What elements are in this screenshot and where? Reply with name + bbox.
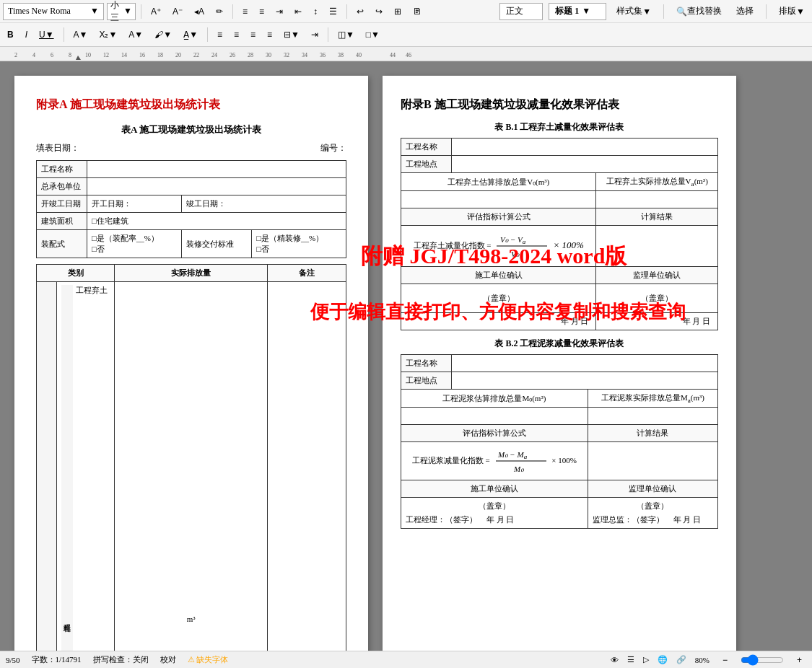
align-left-btn[interactable]: ≡ — [238, 3, 252, 20]
indent2-btn[interactable]: ⇥ — [307, 26, 323, 43]
b2-project-name-value — [452, 355, 718, 372]
globe-icon[interactable]: 🌐 — [658, 655, 668, 664]
subscript-btn[interactable]: X₂▼ — [95, 26, 121, 43]
b2-supervisor-general: 监理总监：（签字） — [593, 515, 664, 524]
table-row: 工程名称 — [37, 161, 346, 178]
table-row: （盖章） （盖章） — [401, 284, 718, 313]
align-center2-btn[interactable]: ≡ — [230, 26, 243, 43]
prefab-value: □是（装配率__%） □否 — [87, 230, 182, 258]
b2-project-location-value — [452, 372, 718, 390]
justify-btn[interactable]: ≡ — [263, 26, 276, 43]
b2-formula-label: 评估指标计算公式 — [401, 425, 588, 442]
zoom-out-btn[interactable]: − — [718, 651, 732, 669]
increase-font-btn[interactable]: A⁺ — [147, 3, 165, 20]
decrease-font-btn[interactable]: A⁻ — [168, 3, 187, 20]
zoom-slider[interactable] — [741, 654, 784, 666]
heading1-box[interactable]: 标题 1 ▼ — [549, 3, 606, 20]
clear-format-btn[interactable]: ◂A — [190, 3, 209, 20]
table-btn[interactable]: ⊞ — [390, 3, 406, 20]
align-center-btn[interactable]: ≡ — [255, 3, 269, 20]
appendix-a-title: 附录A 施工现场建筑垃圾出场统计表 — [36, 97, 346, 113]
table-row: 总承包单位 — [37, 178, 346, 195]
view-icon[interactable]: 👁 — [611, 656, 619, 664]
find-replace-btn[interactable]: 🔍 查找替换 — [672, 3, 726, 20]
link-icon[interactable]: 🔗 — [676, 655, 686, 664]
page-left: 附录A 施工现场建筑垃圾出场统计表 表A 施工现场建筑垃圾出场统计表 填表日期：… — [14, 76, 368, 667]
b2-formula-content: 工程泥浆减量化指数 = M₀ − Ma M₀ × 100% — [401, 442, 588, 480]
font-size-selector[interactable]: 小三 ▼ — [107, 3, 136, 20]
svg-text:26: 26 — [230, 52, 235, 58]
bg-color-btn[interactable]: 🖌▼ — [150, 26, 176, 43]
svg-text:46: 46 — [406, 52, 411, 58]
appendix-b-title: 附录B 施工现场建筑垃圾减量化效果评估表 — [401, 97, 718, 113]
fill-date-label: 填表日期： — [36, 142, 79, 154]
table-header-row: 类别 实际排放量 备注 — [37, 265, 346, 282]
main-info-table: 工程名称 总承包单位 开竣工日期 开工日期： 竣工日期： 建筑面积 □住宅建筑 — [36, 160, 346, 258]
italic-btn[interactable]: I — [21, 26, 32, 43]
contractor-value — [87, 178, 346, 195]
separator5 — [766, 4, 767, 19]
page-right: 附录B 施工现场建筑垃圾减量化效果评估表 表 B.1 工程弃土减量化效果评估表 … — [383, 76, 736, 667]
category-header: 类别 — [37, 265, 115, 282]
svg-text:12: 12 — [103, 52, 109, 58]
project-name-label: 工程名称 — [37, 161, 87, 178]
table-a-title: 表A 施工现场建筑垃圾出场统计表 — [36, 123, 346, 136]
main-area: 附录A 施工现场建筑垃圾出场统计表 表A 施工现场建筑垃圾出场统计表 填表日期：… — [0, 61, 812, 668]
format-painter-btn[interactable]: ✏ — [211, 3, 227, 20]
separator1 — [141, 4, 141, 19]
styles-btn[interactable]: 样式集▼ — [612, 3, 655, 20]
separator7 — [207, 27, 208, 42]
b2-mud-estimated-label: 工程泥浆估算排放总量M₀(m³) — [401, 390, 588, 408]
redo-btn[interactable]: ↪ — [371, 3, 387, 20]
zoom-in-btn[interactable]: + — [793, 651, 806, 669]
style-normal-text: 正文 — [506, 5, 523, 17]
b1-formula-label: 评估指标计算公式 — [401, 208, 596, 226]
font-color-btn[interactable]: A▼ — [69, 26, 92, 43]
heading1-text: 标题 1 — [555, 5, 579, 17]
borders-btn[interactable]: □▼ — [362, 26, 384, 43]
table-row: 建筑面积 □住宅建筑 — [37, 213, 346, 230]
font-name-text: Times New Roma — [8, 6, 71, 17]
play-icon[interactable]: ▷ — [643, 655, 649, 664]
b2-formula-result-label: 计算结果 — [588, 425, 717, 442]
table-row — [401, 408, 718, 425]
underline2-btn[interactable]: A̲▼ — [179, 26, 202, 43]
b2-mud-actual-value — [588, 408, 717, 425]
word-count: 字数：1/14791 — [32, 654, 82, 665]
shading-btn[interactable]: ◫▼ — [333, 26, 359, 43]
b1-actual-vol-value — [596, 191, 718, 208]
table-row: 工程名称 — [401, 139, 718, 156]
align-right2-btn[interactable]: ≡ — [246, 26, 260, 43]
layout-icon[interactable]: ☰ — [627, 655, 634, 664]
align-left2-btn[interactable]: ≡ — [213, 26, 227, 43]
highlight-btn[interactable]: A▼ — [124, 26, 147, 43]
separator3 — [346, 4, 347, 19]
layout-btn[interactable]: 排版▼ — [774, 3, 809, 20]
select-btn[interactable]: 选择 — [732, 3, 758, 20]
b1-formula-result-value — [596, 226, 718, 267]
font-name-selector[interactable]: Times New Roma ▼ — [3, 3, 104, 20]
style-normal-box[interactable]: 正文 — [499, 3, 543, 20]
b2-project-name-label: 工程名称 — [401, 355, 452, 372]
b1-project-location-label: 工程地点 — [401, 156, 452, 173]
separator4 — [663, 4, 664, 19]
waste-type-弃土: 工程垃料 工程弃土 — [57, 282, 115, 669]
completion-date-label: 竣工日期： — [181, 195, 346, 213]
side-label-施工现场建筑垃圾: 施工现场建筑垃圾 — [37, 282, 57, 669]
b1-formula-content: 工程弃土减量化指数 = V₀ − Va V₀ × 100% — [401, 226, 596, 267]
bold-btn[interactable]: B — [3, 26, 18, 43]
outdent-btn[interactable]: ⇤ — [290, 3, 306, 20]
svg-text:14: 14 — [121, 52, 127, 58]
insert-btn[interactable]: 🖹 — [409, 3, 426, 20]
separator2 — [232, 4, 233, 19]
line-spacing-btn[interactable]: ↕ — [309, 3, 322, 20]
underline-btn[interactable]: U▼ — [35, 26, 58, 43]
separator8 — [328, 27, 328, 42]
svg-text:V₀ − Va: V₀ − Va — [500, 235, 526, 245]
indent-btn[interactable]: ⇥ — [271, 3, 287, 20]
b2-supervisor-confirm-label: 监理单位确认 — [588, 480, 717, 498]
waste-unit-弃土: m³ — [115, 282, 268, 669]
undo-btn[interactable]: ↩ — [352, 3, 368, 20]
columns-btn[interactable]: ⊟▼ — [279, 26, 304, 43]
bullets-btn[interactable]: ☰ — [325, 3, 341, 20]
